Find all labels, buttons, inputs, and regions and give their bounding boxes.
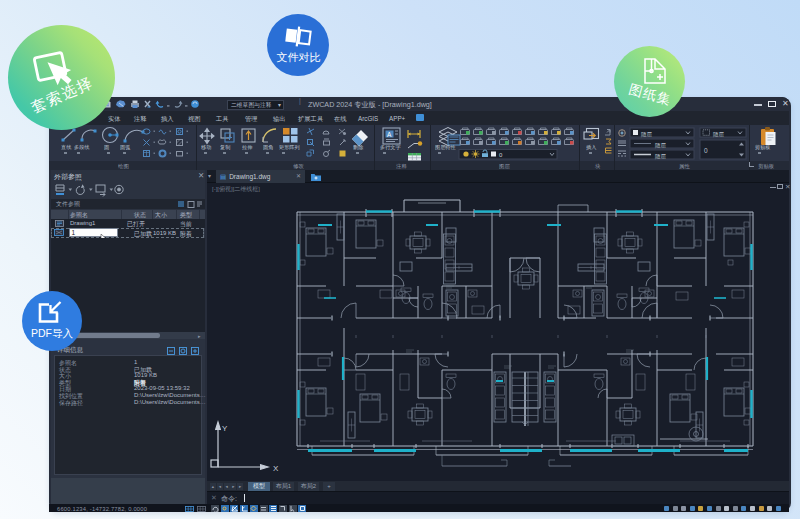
svg-text:0: 0	[704, 147, 708, 154]
svg-text:文件对比: 文件对比	[277, 51, 321, 63]
svg-text:随层: 随层	[655, 153, 667, 160]
svg-text:X: X	[273, 464, 279, 473]
svg-text:Y: Y	[222, 424, 228, 433]
svg-text:随层: 随层	[641, 131, 653, 138]
svg-text:图纸集: 图纸集	[627, 81, 673, 107]
svg-text:A: A	[387, 131, 392, 138]
svg-text:随层: 随层	[655, 142, 667, 149]
svg-text:随层: 随层	[713, 131, 725, 138]
svg-text:PDF导入: PDF导入	[31, 327, 74, 339]
